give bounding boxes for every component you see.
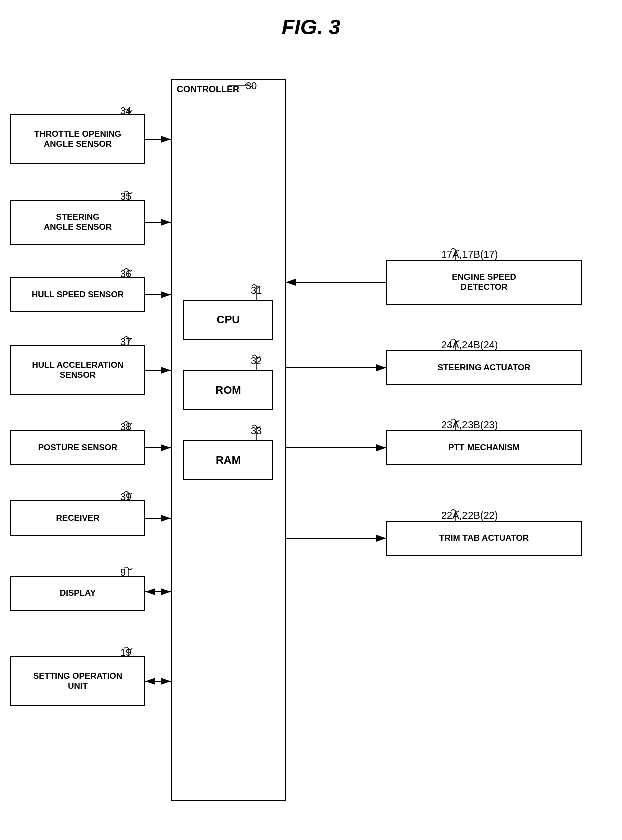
ref-31: 31 <box>251 285 262 296</box>
ref-22: 22A,22B(22) <box>441 510 498 521</box>
trim-tab-box: TRIM TAB ACTUATOR <box>386 521 582 556</box>
ref-19: 19 <box>120 647 131 658</box>
hull-speed-box: HULL SPEED SENSOR <box>10 277 145 312</box>
ref-36: 36 <box>120 268 131 280</box>
setting-op-box: SETTING OPERATIONUNIT <box>10 656 145 706</box>
engine-speed-box: ENGINE SPEEDDETECTOR <box>386 260 582 305</box>
posture-box: POSTURE SENSOR <box>10 430 145 465</box>
ref-9: 9 <box>120 567 126 578</box>
receiver-box: RECEIVER <box>10 500 145 536</box>
display-box: DISPLAY <box>10 576 145 611</box>
steering-act-box: STEERING ACTUATOR <box>386 350 582 385</box>
diagram: CONTROLLER 30 CPU 31 ROM 32 RAM 33 THROT… <box>0 49 622 840</box>
ref-39: 39 <box>120 491 131 503</box>
ref-32: 32 <box>251 355 262 367</box>
cpu-box: CPU <box>183 300 273 340</box>
ref-35: 35 <box>120 191 131 202</box>
ptt-box: PTT MECHANISM <box>386 430 582 465</box>
ref-24: 24A,24B(24) <box>441 339 498 351</box>
ref-23: 23A,23B(23) <box>441 419 498 431</box>
rom-box: ROM <box>183 370 273 410</box>
ref-17: 17A,17B(17) <box>441 249 498 260</box>
page-title: FIG. 3 <box>0 0 622 49</box>
throttle-box: THROTTLE OPENINGANGLE SENSOR <box>10 114 145 164</box>
ram-box: RAM <box>183 440 273 480</box>
controller-label: CONTROLLER <box>177 84 239 95</box>
ref-30: 30 <box>246 80 257 92</box>
ref-37: 37 <box>120 336 131 348</box>
ref-33: 33 <box>251 425 262 437</box>
ref-38: 38 <box>120 421 131 433</box>
hull-accel-box: HULL ACCELERATIONSENSOR <box>10 345 145 395</box>
ref-34: 34 <box>120 105 131 117</box>
steering-angle-box: STEERINGANGLE SENSOR <box>10 200 145 245</box>
